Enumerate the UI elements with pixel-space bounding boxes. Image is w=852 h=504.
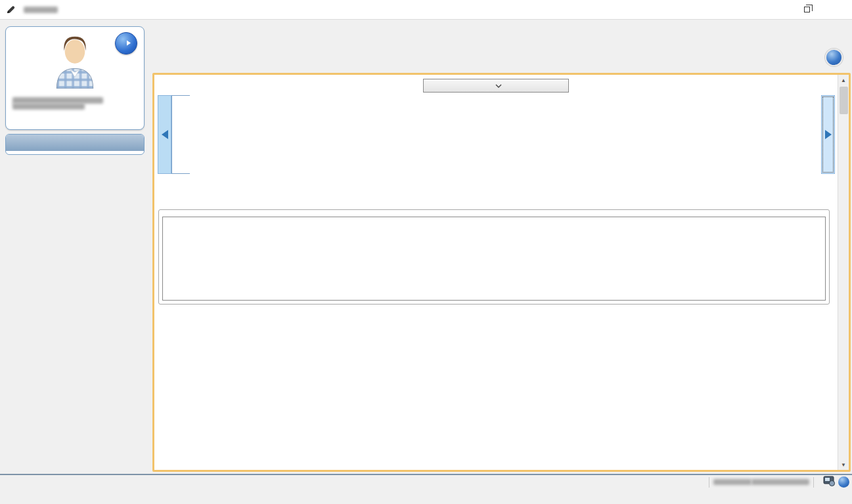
activity-chart [158,95,835,194]
title-bar [0,0,852,20]
time-axis [190,174,821,194]
chevron-down-icon [495,84,502,88]
calendar-header [6,135,144,151]
scroll-up-icon[interactable]: ▲ [841,75,846,85]
activity-step-chart [190,95,821,174]
status-info-icon[interactable] [838,476,849,488]
scroll-down-icon[interactable]: ▼ [841,459,846,470]
calendar [5,134,145,155]
vehicles-table-wrap [162,217,826,301]
minimize-button[interactable] [761,0,792,19]
file-path-redacted-1 [713,479,751,485]
status-bar [0,474,852,489]
driver-card [5,26,145,130]
statusbar-divider [709,477,709,488]
chart-plot-area [190,95,821,194]
driver-card-number-redacted [12,103,85,110]
app-window: ▲ ▼ [0,20,852,489]
panel-scrollbar[interactable]: ▲ ▼ [838,75,849,470]
chart-scroll-right-button[interactable] [821,95,835,174]
sidebar [5,26,145,206]
driver-avatar [47,31,103,91]
serial-number-redacted [24,7,58,13]
chart-scroll-left-button[interactable] [158,95,171,174]
scrollbar-thumb[interactable] [840,87,848,114]
activity-row-icons [171,95,190,174]
vehicles-groupbox [158,209,830,304]
toolbar [152,20,852,58]
summary-panel: ▲ ▼ [152,73,851,472]
restore-button[interactable] [792,0,822,19]
triangle-left-icon [162,130,168,139]
open-driver-button[interactable] [115,32,137,54]
info-button[interactable] [825,49,843,66]
period-selector[interactable] [423,79,569,93]
file-path-redacted-2 [751,479,809,485]
driver-card-status-icon[interactable] [823,476,836,488]
restore-icon [804,7,810,12]
statusbar-divider-2 [813,477,814,488]
calendar-grid [6,151,144,152]
triangle-right-icon [825,130,832,139]
app-pen-icon [6,5,15,14]
close-button[interactable] [822,0,852,19]
main-area: ▲ ▼ [152,20,852,489]
